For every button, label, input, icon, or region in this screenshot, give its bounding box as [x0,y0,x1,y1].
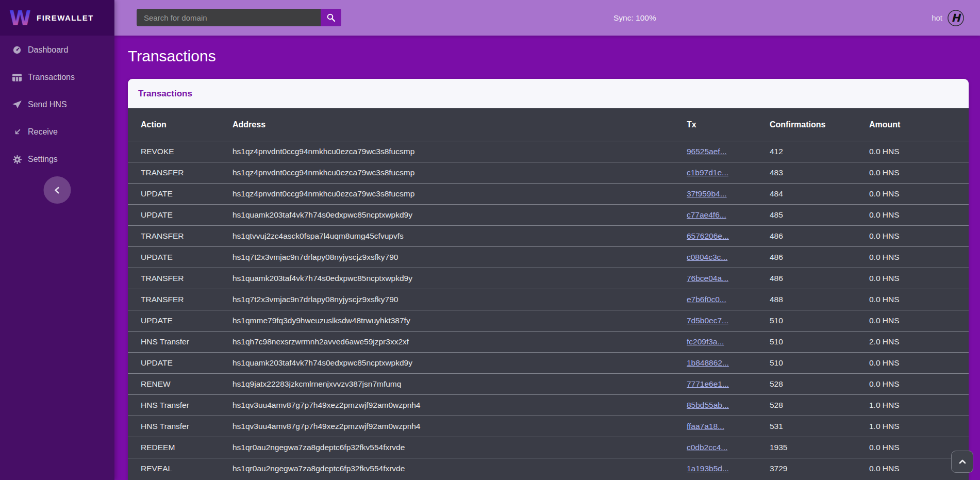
svg-text:H: H [951,12,961,24]
amount-cell: 0.0 HNS [869,253,969,262]
confirmations-cell: 1935 [770,443,869,452]
amount-cell: 0.0 HNS [869,295,969,304]
table-row: UPDATE hs1quamk203taf4vk7h74s0edxpwc85nc… [128,204,969,225]
tx-link[interactable]: fc209f3a... [687,337,724,346]
sidebar-item-send-hns[interactable]: Send HNS [0,94,114,115]
action-cell: HNS Transfer [141,337,232,346]
confirmations-cell: 531 [770,422,869,431]
handshake-logo-icon[interactable]: H [947,9,965,27]
tx-link[interactable]: 7771e6e1... [687,379,729,388]
address-cell: hs1qr0au2ngegwa7za8gdeptc6fp32fkv554fxrv… [232,464,687,473]
tx-link[interactable]: c77ae4f6... [687,210,726,219]
transactions-table-rows: REVOKE hs1qz4pnvdnt0ccg94nmkhcu0ezca79wc… [128,141,969,479]
chevron-left-icon [52,185,63,196]
table-row: UPDATE hs1qz4pnvdnt0ccg94nmkhcu0ezca79wc… [128,183,969,204]
table-row: UPDATE hs1qmme79fq3dy9hweuzuslksdw48trwu… [128,310,969,331]
scroll-to-top-button[interactable] [951,451,973,473]
confirmations-cell: 528 [770,379,869,389]
action-cell: TRANSFER [141,168,232,177]
address-cell: hs1qz4pnvdnt0ccg94nmkhcu0ezca79wc3s8fucs… [232,147,687,156]
confirmations-cell: 412 [770,147,869,156]
column-header-address: Address [232,120,687,129]
sidebar-item-settings[interactable]: Settings [0,149,114,170]
tx-link[interactable]: 37f959b4... [687,189,727,198]
address-cell: hs1q7t2x3vmjac9n7drlapy08nyjyscjz9xsfky7… [232,295,687,304]
table-row: HNS Transfer hs1qv3uu4amv87g7p7h49xez2pm… [128,416,969,437]
amount-cell: 1.0 HNS [869,422,969,431]
card-title: Transactions [138,89,192,99]
action-cell: UPDATE [141,253,232,262]
confirmations-cell: 486 [770,253,869,262]
sidebar-item-transactions[interactable]: Transactions [0,67,114,88]
tx-link[interactable]: 1a193b5d... [687,464,729,473]
amount-cell: 0.0 HNS [869,358,969,368]
confirmations-cell: 510 [770,337,869,346]
confirmations-cell: 485 [770,210,869,220]
address-cell: hs1qh7c98nexsrzwrmnh2avved6awe59jzpr3xx2… [232,337,687,346]
tx-link[interactable]: 76bce04a... [687,274,728,283]
address-cell: hs1qz4pnvdnt0ccg94nmkhcu0ezca79wc3s8fucs… [232,168,687,177]
transactions-card: Transactions Action Address Tx Confirmat… [128,79,969,480]
tx-link[interactable]: 6576206e... [687,231,729,240]
tx-link[interactable]: 7d5b0ec7... [687,316,728,325]
svg-text:W: W [9,7,31,29]
tx-link[interactable]: c1b97d1e... [687,168,728,177]
confirmations-cell: 528 [770,401,869,410]
sidebar-item-receive[interactable]: Receive [0,122,114,142]
settings-icon [12,154,22,164]
sidebar-item-dashboard[interactable]: Dashboard [0,40,114,60]
main-content: Transactions Transactions Action Address… [114,36,980,480]
receive-icon [12,127,22,137]
confirmations-cell: 483 [770,168,869,177]
action-cell: REVOKE [141,147,232,156]
address-cell: hs1quamk203taf4vk7h74s0edxpwc85ncptxwpkd… [232,358,687,368]
search-button[interactable] [321,9,341,26]
tx-link[interactable]: e7b6f0c0... [687,295,726,304]
tx-link[interactable]: 96525aef... [687,147,727,156]
address-cell: hs1q9jatx22283jzkcmlrnenjxvvzv387jsn7mfu… [232,379,687,389]
address-cell: hs1qv3uu4amv87g7p7h49xez2pmzwjf92am0wzpn… [232,422,687,431]
address-cell: hs1quamk203taf4vk7h74s0edxpwc85ncptxwpkd… [232,210,687,220]
confirmations-cell: 484 [770,189,869,198]
brand[interactable]: W FIREWALLET [0,0,114,36]
table-row: REDEEM hs1qr0au2ngegwa7za8gdeptc6fp32fkv… [128,437,969,458]
tx-link[interactable]: c0804c3c... [687,253,727,261]
tx-link[interactable]: 1b848862... [687,358,729,367]
table-row: RENEW hs1q9jatx22283jzkcmlrnenjxvvzv387j… [128,373,969,394]
table-row: HNS Transfer hs1qh7c98nexsrzwrmnh2avved6… [128,331,969,352]
amount-cell: 0.0 HNS [869,231,969,241]
amount-cell: 2.0 HNS [869,337,969,346]
action-cell: REVEAL [141,464,232,473]
action-cell: UPDATE [141,189,232,198]
wallet-name-label: hot [932,13,942,22]
confirmations-cell: 488 [770,295,869,304]
address-cell: hs1qr0au2ngegwa7za8gdeptc6fp32fkv554fxrv… [232,443,687,452]
sidebar-item-label: Settings [28,155,58,164]
action-cell: TRANSFER [141,231,232,241]
table-row: TRANSFER hs1qtvvuj2zc4asck0fspa7l4uqm8um… [128,225,969,246]
table-row: TRANSFER hs1qz4pnvdnt0ccg94nmkhcu0ezca79… [128,162,969,183]
sidebar-item-label: Receive [28,127,58,137]
table-row: UPDATE hs1q7t2x3vmjac9n7drlapy08nyjyscjz… [128,246,969,268]
sidebar-item-label: Dashboard [28,45,68,55]
firewallet-app: W FIREWALLET Dashboard [0,0,980,480]
tx-link[interactable]: c0db2cc4... [687,443,727,452]
table-row: REVOKE hs1qz4pnvdnt0ccg94nmkhcu0ezca79wc… [128,141,969,162]
confirmations-cell: 486 [770,231,869,241]
wallet-group: hot H [932,0,965,36]
topbar: Sync: 100% hot H [114,0,980,36]
search-input[interactable] [137,9,321,26]
tx-link[interactable]: ffaa7a18... [687,422,724,431]
action-cell: HNS Transfer [141,401,232,410]
table-row: REVEAL hs1qr0au2ngegwa7za8gdeptc6fp32fkv… [128,458,969,479]
magnifier-icon [326,13,336,22]
action-cell: UPDATE [141,316,232,325]
tx-link[interactable]: 85bd55ab... [687,401,729,409]
confirmations-cell: 510 [770,358,869,368]
action-cell: UPDATE [141,210,232,220]
sync-status: Sync: 100% [613,0,656,36]
address-cell: hs1qv3uu4amv87g7p7h49xez2pmzwjf92am0wzpn… [232,401,687,410]
address-cell: hs1q7t2x3vmjac9n7drlapy08nyjyscjz9xsfky7… [232,253,687,262]
sidebar-collapse-button[interactable] [44,176,71,204]
confirmations-cell: 486 [770,274,869,283]
